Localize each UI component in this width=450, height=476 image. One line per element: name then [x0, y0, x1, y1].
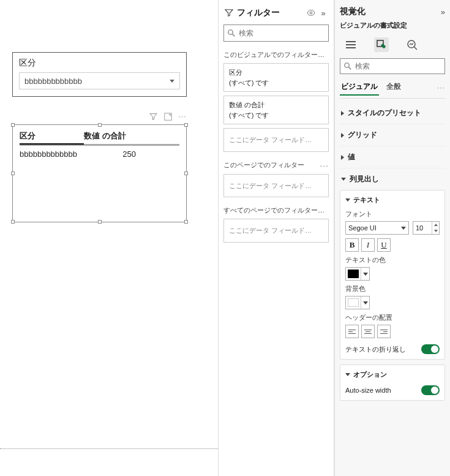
- section-label: このページでのフィルター: [223, 161, 304, 170]
- italic-button[interactable]: I: [361, 238, 375, 252]
- collapse-icon[interactable]: »: [319, 9, 328, 17]
- slicer-visual[interactable]: 区分 bbbbbbbbbbbbb: [12, 52, 187, 97]
- format-visual-button[interactable]: [374, 37, 389, 52]
- auto-size-width-toggle[interactable]: [421, 385, 440, 395]
- svg-point-2: [228, 30, 233, 35]
- field-label-align: ヘッダーの配置: [345, 313, 440, 322]
- text-format-panel: テキスト フォント Segoe UI 10 B I U テキストの色: [340, 190, 445, 360]
- tab-general[interactable]: 全般: [385, 79, 402, 96]
- field-label-bg-color: 背景色: [345, 284, 440, 293]
- font-size-stepper[interactable]: 10: [413, 221, 440, 235]
- table-row[interactable]: bbbbbbbbbbbbb 250: [20, 146, 179, 162]
- svg-point-10: [345, 63, 350, 68]
- align-right-button[interactable]: [377, 325, 391, 338]
- chevron-down-icon: [341, 178, 346, 181]
- svg-line-11: [349, 67, 351, 70]
- column-header-1[interactable]: 区分: [20, 130, 84, 145]
- filter-search[interactable]: [223, 25, 329, 42]
- slicer-title: 区分: [19, 58, 180, 69]
- chevron-right-icon: [341, 111, 344, 116]
- more-icon[interactable]: ···: [437, 83, 445, 92]
- section-label: すべてのページでのフィルター…: [223, 206, 324, 215]
- table-visual[interactable]: 区分 数値 の合計 bbbbbbbbbbbbb 250: [12, 124, 187, 222]
- more-icon[interactable]: ···: [320, 161, 329, 170]
- filter-drop-zone[interactable]: ここにデータ フィールド…: [223, 174, 329, 198]
- filter-drop-zone[interactable]: ここにデータ フィールド…: [223, 128, 329, 152]
- stepper-up[interactable]: [432, 222, 439, 228]
- build-visual-button[interactable]: [343, 37, 358, 52]
- svg-point-1: [310, 12, 312, 14]
- accordion-column-headers[interactable]: 列見出し: [340, 168, 445, 190]
- filter-card-sub: (すべて) です: [229, 78, 323, 88]
- mode-switcher: [340, 35, 445, 58]
- chevron-down-icon: [345, 373, 350, 376]
- tab-visual[interactable]: ビジュアル: [340, 79, 379, 96]
- filter-card[interactable]: 数値 の合計 (すべて) です: [223, 96, 329, 124]
- align-center-button[interactable]: [361, 325, 375, 338]
- filter-card-sub: (すべて) です: [229, 110, 323, 121]
- filter-card-title: 区分: [229, 67, 323, 78]
- chevron-down-icon: [361, 268, 369, 280]
- underline-button[interactable]: U: [377, 238, 391, 252]
- filters-pane: フィルター » このビジュアルでのフィルター… 区分 (すべて) です 数値 の…: [218, 0, 334, 476]
- text-wrap-toggle[interactable]: [421, 344, 440, 354]
- filter-search-input[interactable]: [239, 29, 331, 37]
- format-tabs: ビジュアル 全般 ···: [340, 79, 445, 99]
- bold-button[interactable]: B: [345, 238, 359, 252]
- color-swatch: [348, 298, 359, 307]
- bg-color-picker[interactable]: [345, 296, 370, 309]
- font-family-select[interactable]: Segoe UI: [345, 221, 409, 235]
- filter-icon: [225, 9, 233, 17]
- chevron-right-icon: [341, 155, 344, 160]
- viz-pane-title: 視覚化: [340, 6, 366, 17]
- autosize-label: Auto-size width: [345, 387, 391, 394]
- report-canvas[interactable]: 区分 bbbbbbbbbbbbb ··· 区分 数値 の合計 bbbbbbbbb…: [0, 0, 218, 476]
- align-left-button[interactable]: [345, 325, 359, 338]
- filter-icon[interactable]: [149, 112, 157, 121]
- chevron-down-icon: [361, 297, 369, 309]
- resize-handle[interactable]: [11, 220, 15, 224]
- accordion-style-presets[interactable]: スタイルのプリセット: [340, 102, 445, 124]
- color-swatch: [348, 270, 359, 278]
- column-header-2[interactable]: 数値 の合計: [84, 130, 154, 142]
- resize-handle[interactable]: [184, 172, 188, 175]
- filter-card-title: 数値 の合計: [229, 100, 323, 110]
- accordion-values[interactable]: 値: [340, 146, 445, 168]
- svg-rect-6: [346, 47, 356, 48]
- svg-line-3: [233, 34, 235, 37]
- more-options-icon[interactable]: ···: [178, 112, 187, 121]
- slicer-value: bbbbbbbbbbbbb: [24, 77, 82, 86]
- chevron-down-icon: [345, 198, 350, 202]
- field-label-text-color: テキストの色: [345, 255, 440, 265]
- table-header-row: 区分 数値 の合計: [20, 130, 179, 146]
- cell: bbbbbbbbbbbbb: [20, 149, 84, 159]
- format-search[interactable]: [340, 58, 445, 74]
- section-label: このビジュアルでのフィルター…: [223, 50, 324, 59]
- page-boundary: [0, 448, 218, 449]
- slicer-dropdown[interactable]: bbbbbbbbbbbbb: [19, 72, 180, 89]
- search-icon: [344, 62, 351, 70]
- resize-handle[interactable]: [11, 172, 15, 175]
- options-panel: オプション Auto-size width: [340, 365, 445, 401]
- svg-rect-4: [346, 41, 356, 42]
- svg-line-9: [414, 47, 417, 50]
- eye-icon[interactable]: [307, 9, 315, 17]
- filter-drop-zone[interactable]: ここにデータ フィールド…: [223, 219, 329, 243]
- wrap-label: テキストの折り返し: [345, 345, 406, 354]
- resize-handle[interactable]: [98, 220, 102, 224]
- resize-handle[interactable]: [184, 220, 188, 224]
- cell: 250: [84, 149, 136, 159]
- accordion-grid[interactable]: グリッド: [340, 124, 445, 146]
- focus-mode-icon[interactable]: [163, 112, 172, 121]
- field-label-font: フォント: [345, 210, 440, 219]
- format-search-input[interactable]: [355, 62, 447, 70]
- svg-rect-5: [346, 44, 356, 45]
- analytics-button[interactable]: [405, 37, 419, 52]
- text-color-picker[interactable]: [345, 267, 370, 281]
- visualizations-pane: 視覚化 » ビジュアルの書式設定 ビジュアル 全般 ··· スタイルのプリセット…: [334, 0, 450, 476]
- search-icon: [228, 29, 235, 37]
- collapse-icon[interactable]: »: [441, 7, 445, 17]
- stepper-down[interactable]: [432, 228, 439, 234]
- filter-card[interactable]: 区分 (すべて) です: [223, 63, 329, 92]
- viz-pane-subtitle: ビジュアルの書式設定: [340, 21, 445, 35]
